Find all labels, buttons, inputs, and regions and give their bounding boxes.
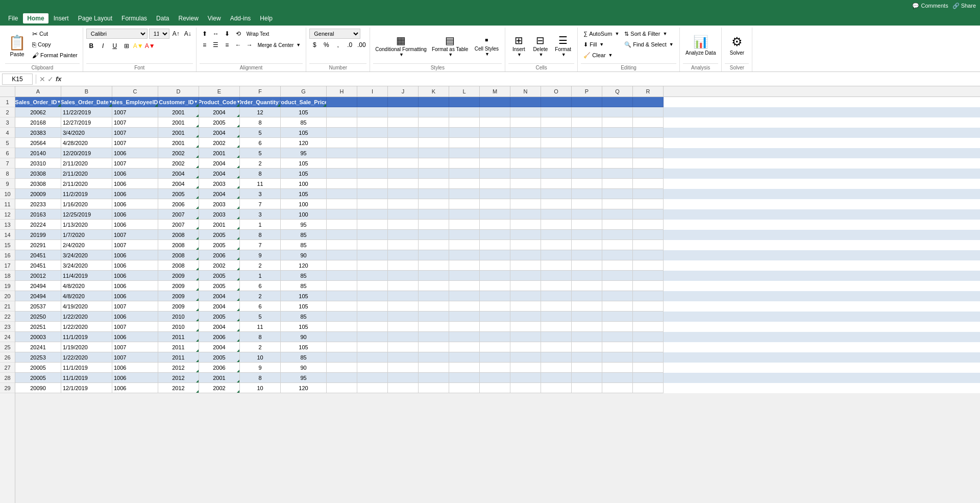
- cell-K6[interactable]: [419, 148, 449, 158]
- paste-button[interactable]: 📋 Paste: [5, 29, 29, 62]
- header-cell-P[interactable]: [572, 97, 602, 107]
- cell-N14[interactable]: [510, 230, 541, 240]
- header-cell-C[interactable]: Sales_EmployeeID ▼: [112, 97, 158, 107]
- cell-R23[interactable]: [633, 322, 664, 332]
- cell-F24[interactable]: 8: [240, 332, 281, 342]
- cell-L8[interactable]: [449, 169, 480, 179]
- cell-J17[interactable]: [388, 260, 419, 271]
- cell-D23[interactable]: 2010: [158, 322, 199, 332]
- cell-F19[interactable]: 6: [240, 281, 281, 291]
- cell-P29[interactable]: [572, 383, 602, 393]
- cell-L3[interactable]: [449, 117, 480, 128]
- cell-K26[interactable]: [419, 352, 449, 363]
- row-num-6[interactable]: 6: [0, 148, 15, 158]
- cell-O29[interactable]: [541, 383, 572, 393]
- header-cell-H[interactable]: [327, 97, 357, 107]
- row-num-5[interactable]: 5: [0, 138, 15, 148]
- cell-I4[interactable]: [357, 128, 388, 138]
- row-num-18[interactable]: 18: [0, 271, 15, 281]
- cell-F17[interactable]: 2: [240, 260, 281, 271]
- format-cells-button[interactable]: ☰ Format ▼: [552, 29, 574, 62]
- cell-G2[interactable]: 105: [281, 107, 327, 117]
- cell-N29[interactable]: [510, 383, 541, 393]
- cell-D25[interactable]: 2011: [158, 342, 199, 352]
- cell-Q21[interactable]: [602, 301, 633, 312]
- menu-view[interactable]: View: [204, 13, 225, 23]
- cell-E5[interactable]: 2002: [199, 138, 240, 148]
- cell-K29[interactable]: [419, 383, 449, 393]
- cell-O10[interactable]: [541, 189, 572, 199]
- header-cell-L[interactable]: [449, 97, 480, 107]
- row-num-11[interactable]: 11: [0, 199, 15, 209]
- cell-P10[interactable]: [572, 189, 602, 199]
- cell-M28[interactable]: [480, 373, 510, 383]
- cell-O19[interactable]: [541, 281, 572, 291]
- cell-A4[interactable]: 20383: [15, 128, 61, 138]
- row-num-22[interactable]: 22: [0, 312, 15, 322]
- row-num-3[interactable]: 3: [0, 117, 15, 128]
- cell-D3[interactable]: 2001: [158, 117, 199, 128]
- cell-A19[interactable]: 20494: [15, 281, 61, 291]
- cell-N15[interactable]: [510, 240, 541, 250]
- cell-K14[interactable]: [419, 230, 449, 240]
- cell-Q25[interactable]: [602, 342, 633, 352]
- cell-D15[interactable]: 2008: [158, 240, 199, 250]
- cell-M25[interactable]: [480, 342, 510, 352]
- cell-H29[interactable]: [327, 383, 357, 393]
- cell-B10[interactable]: 11/2/2019: [61, 189, 112, 199]
- cell-F7[interactable]: 2: [240, 158, 281, 169]
- cell-K25[interactable]: [419, 342, 449, 352]
- cell-C12[interactable]: 1006: [112, 209, 158, 220]
- cell-E26[interactable]: 2005: [199, 352, 240, 363]
- header-cell-G[interactable]: Product_Sale_Price ▼: [281, 97, 327, 107]
- cell-B7[interactable]: 2/11/2020: [61, 158, 112, 169]
- cell-M15[interactable]: [480, 240, 510, 250]
- cell-R8[interactable]: [633, 169, 664, 179]
- header-cell-I[interactable]: [357, 97, 388, 107]
- cell-E9[interactable]: 2003: [199, 179, 240, 189]
- cell-Q4[interactable]: [602, 128, 633, 138]
- cell-C16[interactable]: 1006: [112, 250, 158, 260]
- row-num-13[interactable]: 13: [0, 220, 15, 230]
- cell-I16[interactable]: [357, 250, 388, 260]
- format-painter-button[interactable]: 🖌 Format Painter: [30, 50, 80, 60]
- increase-font-button[interactable]: A↑: [171, 29, 181, 39]
- sort-filter-button[interactable]: ⇅ Sort & Filter ▼: [622, 29, 675, 39]
- header-cell-F[interactable]: Order_Quantity ▼: [240, 97, 281, 107]
- cell-L9[interactable]: [449, 179, 480, 189]
- cell-I22[interactable]: [357, 312, 388, 322]
- menu-insert[interactable]: Insert: [50, 13, 73, 23]
- cell-G26[interactable]: 85: [281, 352, 327, 363]
- cell-Q10[interactable]: [602, 189, 633, 199]
- cell-E8[interactable]: 2004: [199, 169, 240, 179]
- cell-B2[interactable]: 11/22/2019: [61, 107, 112, 117]
- cell-M7[interactable]: [480, 158, 510, 169]
- cell-D29[interactable]: 2012: [158, 383, 199, 393]
- col-header-g[interactable]: G: [281, 86, 327, 97]
- cell-K5[interactable]: [419, 138, 449, 148]
- cell-C8[interactable]: 1006: [112, 169, 158, 179]
- cell-A3[interactable]: 20168: [15, 117, 61, 128]
- cell-I21[interactable]: [357, 301, 388, 312]
- cell-B20[interactable]: 4/8/2020: [61, 291, 112, 301]
- cell-H7[interactable]: [327, 158, 357, 169]
- cell-O2[interactable]: [541, 107, 572, 117]
- menu-home[interactable]: Home: [23, 13, 48, 23]
- cell-K16[interactable]: [419, 250, 449, 260]
- cell-C9[interactable]: 1006: [112, 179, 158, 189]
- conditional-formatting-button[interactable]: ▦ Conditional Formatting ▼: [373, 29, 429, 62]
- cell-M20[interactable]: [480, 291, 510, 301]
- bold-button[interactable]: B: [86, 41, 96, 51]
- cell-O25[interactable]: [541, 342, 572, 352]
- cell-J27[interactable]: [388, 363, 419, 373]
- cell-K28[interactable]: [419, 373, 449, 383]
- cell-N7[interactable]: [510, 158, 541, 169]
- cell-P19[interactable]: [572, 281, 602, 291]
- cell-Q20[interactable]: [602, 291, 633, 301]
- cell-O12[interactable]: [541, 209, 572, 220]
- cell-O23[interactable]: [541, 322, 572, 332]
- row-num-17[interactable]: 17: [0, 260, 15, 271]
- menu-review[interactable]: Review: [174, 13, 202, 23]
- cell-O15[interactable]: [541, 240, 572, 250]
- cell-H25[interactable]: [327, 342, 357, 352]
